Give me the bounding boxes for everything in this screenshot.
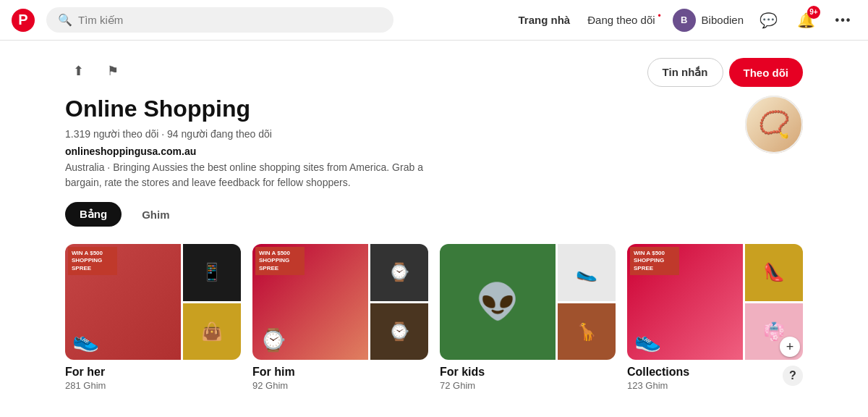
board-kids-tr: 🥿 [558, 244, 616, 301]
profile-avatar: 📿 [745, 96, 803, 153]
board-for-her[interactable]: WIN A $500 SHOPPING SPREE 👟 📱 👜 For her … [65, 244, 241, 391]
tab-ghim[interactable]: Ghim [127, 202, 184, 227]
board-for-her-images: WIN A $500 SHOPPING SPREE 👟 📱 👜 [65, 244, 241, 360]
board-coll-br: 👘 + [745, 303, 803, 361]
board-img-main: WIN A $500 SHOPPING SPREE 👟 [65, 244, 181, 360]
board-him-br: ⌚ [370, 303, 428, 361]
message-icon: 💬 [760, 12, 778, 29]
board-coll-tr: 👠 [745, 244, 803, 301]
board-title-collections: Collections [627, 366, 689, 379]
avatar[interactable]: B [673, 9, 696, 32]
board-count-him: 92 Ghim [252, 380, 428, 391]
search-bar[interactable]: 🔍 [46, 7, 393, 33]
board-collections[interactable]: WIN A $500 SHOPPING SPREE 👟 👠 👘 + Collec… [627, 244, 803, 391]
nav-following[interactable]: Đang theo dõi [587, 14, 655, 26]
profile-stats: 1.319 người theo dõi · 94 người đang the… [65, 128, 624, 140]
board-count: 281 Ghim [65, 380, 241, 391]
notifications-button[interactable]: 🔔 9+ [793, 7, 819, 33]
board-for-him-images: WIN A $500 SHOPPING SPREE ⌚ ⌚ ⌚ [252, 244, 428, 360]
search-input[interactable] [78, 14, 382, 26]
board-img-br: 👜 [183, 303, 241, 361]
board-for-kids-images: 👽 🥿 🦒 [440, 244, 616, 360]
board-count-kids: 72 Ghim [440, 380, 616, 391]
tab-bang[interactable]: Bảng [65, 202, 122, 227]
profile-description: Australia · Bringing Aussies the best on… [65, 160, 427, 190]
follow-button[interactable]: Theo dõi [729, 58, 804, 87]
share-button[interactable]: ⬆ [65, 58, 91, 84]
board-title-him: For him [252, 366, 428, 379]
board-footer: Collections 123 Ghim ? [627, 360, 803, 391]
board-kids-br: 🦒 [558, 303, 616, 361]
tabs-section: Bảng Ghim [36, 202, 832, 238]
boards-grid: WIN A $500 SHOPPING SPREE 👟 📱 👜 For her … [36, 238, 832, 417]
board-for-him[interactable]: WIN A $500 SHOPPING SPREE ⌚ ⌚ ⌚ For him … [252, 244, 428, 391]
board-img-tr: 📱 [183, 244, 241, 301]
profile-actions: ⬆ ⚑ [65, 58, 624, 84]
board-kids-main: 👽 [440, 244, 556, 360]
more-icon: ••• [835, 14, 852, 27]
profile-section: ⬆ ⚑ Online Shopping 1.319 người theo dõi… [36, 41, 832, 202]
header-icons: 💬 🔔 9+ ••• [755, 7, 856, 33]
board-title-group: Collections 123 Ghim [627, 360, 689, 391]
username[interactable]: Bibodien [702, 14, 744, 26]
board-coll-main: WIN A $500 SHOPPING SPREE 👟 [627, 244, 743, 360]
header: P 🔍 Trang nhà Đang theo dõi B Bibodien 💬… [0, 0, 868, 41]
board-title-kids: For kids [440, 366, 616, 379]
user-section: B Bibodien [673, 9, 744, 32]
help-button[interactable]: ? [783, 366, 803, 386]
notification-badge: 9+ [807, 6, 820, 19]
board-for-kids[interactable]: 👽 🥿 🦒 For kids 72 Ghim [440, 244, 616, 391]
nav-home[interactable]: Trang nhà [519, 14, 571, 26]
profile-name: Online Shopping [65, 96, 624, 122]
pinterest-logo[interactable]: P [12, 9, 35, 32]
profile-buttons: Tin nhắn Theo dõi [647, 58, 803, 87]
messages-button[interactable]: 💬 [755, 7, 781, 33]
board-him-main: WIN A $500 SHOPPING SPREE ⌚ [252, 244, 368, 360]
share-icon: ⬆ [73, 63, 84, 79]
more-options-button[interactable]: ••• [830, 7, 856, 33]
header-nav: Trang nhà Đang theo dõi B Bibodien [519, 9, 744, 32]
board-collections-images: WIN A $500 SHOPPING SPREE 👟 👠 👘 + [627, 244, 803, 360]
add-button[interactable]: + [780, 337, 800, 357]
board-him-tr: ⌚ [370, 244, 428, 301]
flag-icon: ⚑ [107, 63, 119, 79]
board-title: For her [65, 366, 241, 379]
board-count-collections: 123 Ghim [627, 380, 689, 391]
message-profile-button[interactable]: Tin nhắn [647, 58, 723, 87]
profile-right: Tin nhắn Theo dõi 📿 [647, 58, 803, 153]
search-icon: 🔍 [58, 13, 72, 27]
profile-left: ⬆ ⚑ Online Shopping 1.319 người theo dõi… [65, 58, 624, 190]
flag-button[interactable]: ⚑ [100, 58, 126, 84]
profile-url[interactable]: onlineshoppingusa.com.au [65, 146, 624, 157]
